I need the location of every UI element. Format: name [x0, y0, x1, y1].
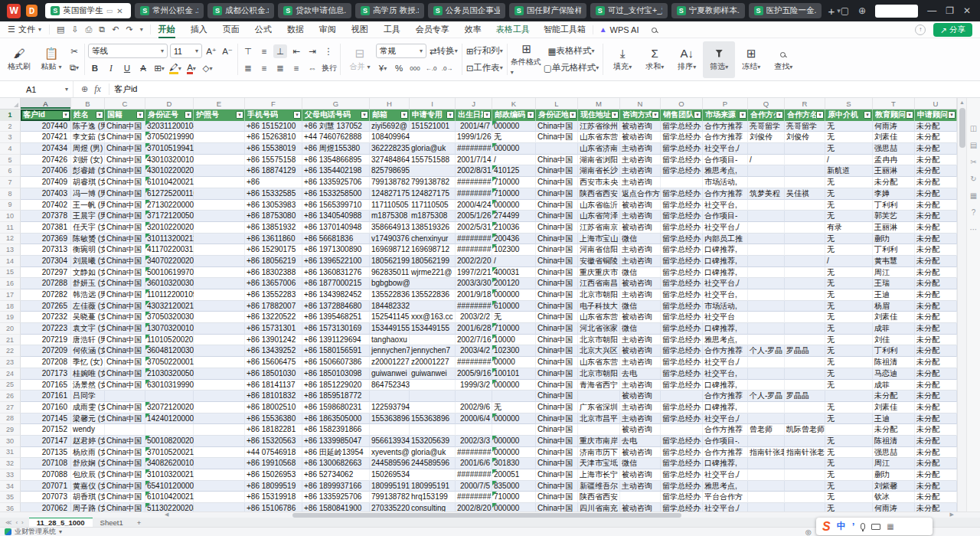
cell-E15[interactable]: [194, 267, 245, 279]
cell-F17[interactable]: +86 13552283: [245, 289, 302, 301]
increase-indent-icon[interactable]: ⇥: [305, 44, 319, 58]
row-header-4[interactable]: 4: [0, 143, 21, 155]
cell-T24[interactable]: 马恋迪: [873, 368, 915, 380]
cell-G36[interactable]: +86 1580841900: [302, 503, 370, 511]
cell-S2[interactable]: 无: [825, 121, 873, 132]
close-button[interactable]: ✕: [963, 5, 971, 16]
cell-G7[interactable]: +86 1335925706: [302, 177, 370, 188]
cell-L35[interactable]: China中国: [536, 492, 578, 503]
cell-E2[interactable]: [194, 121, 245, 132]
header-cell-T1[interactable]: 教育顾问▾: [873, 109, 915, 121]
cell-G17[interactable]: +86 1343982452: [302, 289, 370, 301]
cell-A29[interactable]: 207152: [21, 424, 71, 436]
cell-F19[interactable]: +86 13220522: [245, 312, 302, 323]
cell-F11[interactable]: +86 13851932: [245, 222, 302, 234]
cell-O19[interactable]: 留学总经办: [661, 312, 703, 323]
cell-N23[interactable]: 主动咨询: [620, 357, 661, 368]
cell-H6[interactable]: 825798695XXX@163.: [370, 165, 410, 177]
cell-P10[interactable]: 合作项目-: [703, 211, 748, 222]
column-header-D[interactable]: D: [145, 98, 194, 109]
cell-I35[interactable]: hrq153199: [410, 492, 456, 503]
header-cell-G1[interactable]: 父母电话号码▾: [302, 109, 370, 121]
cell-B19[interactable]: 吴晓蔓 (女: [71, 312, 105, 323]
cell-E29[interactable]: [194, 424, 245, 436]
cell-K10[interactable]: 274499: [492, 211, 536, 222]
cell-D2[interactable]: 320311200104077915: [145, 121, 194, 132]
cell-C26[interactable]: [105, 391, 145, 402]
menu-item-开始[interactable]: 开始: [151, 22, 183, 37]
cell-A28[interactable]: 207145: [21, 413, 71, 425]
cell-T2[interactable]: 何雨涛: [873, 121, 915, 132]
cell-S8[interactable]: 无: [825, 188, 873, 200]
header-cell-F1[interactable]: 手机号码▾: [245, 109, 302, 121]
ime-mode-chinese[interactable]: 中: [837, 520, 846, 533]
cell-C19[interactable]: China中国: [105, 312, 145, 323]
menu-item-视图[interactable]: 视图: [344, 22, 376, 37]
row-header-10[interactable]: 10: [0, 211, 21, 222]
ime-toolbox-icon[interactable]: ▦: [887, 522, 893, 531]
cell-M27[interactable]: 广东省深圳: [578, 402, 620, 413]
cell-E8[interactable]: [194, 188, 245, 200]
cell-R5[interactable]: [785, 155, 825, 166]
cell-G5[interactable]: +86 1354866895: [302, 155, 370, 166]
panel-grid-icon[interactable]: ▦: [970, 191, 977, 200]
cell-I20[interactable]: 153449155: [410, 323, 456, 335]
cell-E13[interactable]: [194, 244, 245, 256]
cell-C11[interactable]: China中国: [105, 222, 145, 234]
cell-P4[interactable]: 社交平台,/: [703, 143, 748, 155]
cell-S30[interactable]: 无: [825, 436, 873, 447]
cell-M4[interactable]: 山东省济南: [578, 143, 620, 155]
column-header-K[interactable]: K: [492, 98, 536, 109]
cell-E21[interactable]: [194, 335, 245, 346]
cell-Q6[interactable]: [748, 165, 785, 177]
cell-C30[interactable]: China中国: [105, 436, 145, 447]
cell-L30[interactable]: China中国: [536, 436, 578, 447]
cell-U22[interactable]: 未分配: [915, 345, 957, 357]
cell-B4[interactable]: 周煜 (男): [71, 143, 105, 155]
cell-K12[interactable]: 200436: [492, 234, 536, 245]
column-header-S[interactable]: S: [825, 98, 873, 109]
cell-K16[interactable]: 200120: [492, 278, 536, 289]
cell-N9[interactable]: 被动咨询: [620, 200, 661, 211]
cell-B9[interactable]: 王一帆 (男: [71, 200, 105, 211]
column-header-N[interactable]: N: [620, 98, 661, 109]
cell-B26[interactable]: 吕同学: [71, 391, 105, 402]
cell-J23[interactable]: ########: [456, 357, 492, 368]
cell-R11[interactable]: [785, 222, 825, 234]
cell-J18[interactable]: ########: [456, 301, 492, 312]
cell-G34[interactable]: +86 1899937166: [302, 481, 370, 492]
cell-S33[interactable]: 无: [825, 469, 873, 481]
cell-T18[interactable]: 杨眉: [873, 301, 915, 312]
wps-logo[interactable]: W: [7, 4, 21, 18]
cell-B24[interactable]: 桂婉唯 (女: [71, 368, 105, 380]
cell-B12[interactable]: 陈敏赟 (女: [71, 234, 105, 245]
cell-S36[interactable]: 无: [825, 503, 873, 511]
minimize-button[interactable]: —: [927, 5, 936, 16]
cell-H36[interactable]: 270335220: [370, 503, 410, 511]
cell-A8[interactable]: 207403: [21, 188, 71, 200]
thousands-button[interactable]: 000: [408, 61, 422, 75]
cell-K34[interactable]: 835000: [492, 481, 536, 492]
cell-Q31[interactable]: 指南针张老: [748, 447, 785, 459]
sogou-logo[interactable]: S: [822, 520, 831, 534]
convert-button[interactable]: ⇄ 转换▾: [429, 44, 459, 58]
cell-D26[interactable]: [145, 391, 194, 402]
document-tab[interactable]: S可过_支付宝+_滴滴: [590, 3, 668, 18]
cell-O36[interactable]: 留学总经办: [661, 503, 703, 511]
fill-button[interactable]: ⤓填充▾: [606, 41, 639, 78]
cell-D29[interactable]: [145, 424, 194, 436]
cell-D3[interactable]: 370502199901260083: [145, 132, 194, 143]
cell-F14[interactable]: +86 18056219: [245, 256, 302, 267]
cell-S9[interactable]: 无: [825, 200, 873, 211]
cell-O7[interactable]: [661, 177, 703, 188]
cell-I27[interactable]: [410, 402, 456, 413]
cell-S24[interactable]: 无: [825, 368, 873, 380]
cell-S15[interactable]: 无: [825, 267, 873, 279]
cell-F2[interactable]: +86 15152100: [245, 121, 302, 132]
cell-A14[interactable]: 207304: [21, 256, 71, 267]
menu-item-插入[interactable]: 插入: [183, 22, 215, 37]
cell-R18[interactable]: [785, 301, 825, 312]
cell-G9[interactable]: +86 1565399710: [302, 200, 370, 211]
cell-N36[interactable]: 被动咨询: [620, 503, 661, 511]
cell-I31[interactable]: gloria@uk: [410, 447, 456, 459]
